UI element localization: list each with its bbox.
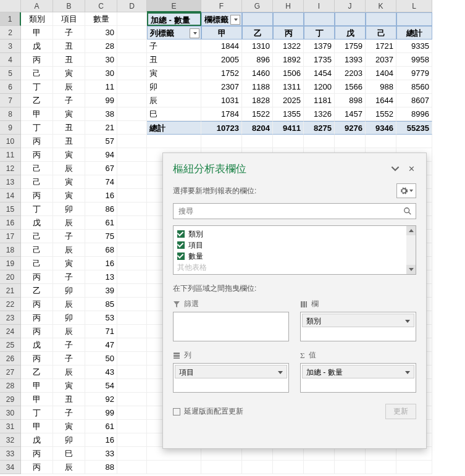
cell[interactable] — [117, 26, 147, 40]
cell[interactable]: 丙 — [21, 135, 53, 148]
pivot-value[interactable]: 1752 — [201, 67, 242, 80]
cell[interactable] — [117, 393, 147, 406]
cell[interactable]: 卯 — [53, 284, 85, 298]
gear-icon[interactable] — [396, 183, 416, 198]
cell[interactable]: 子 — [53, 338, 85, 352]
cell[interactable]: 11 — [85, 80, 117, 94]
row-header[interactable]: 4 — [0, 53, 21, 67]
cell[interactable]: 己 — [21, 162, 53, 175]
cell[interactable]: 子 — [53, 26, 85, 40]
cell[interactable]: 丙 — [21, 298, 53, 311]
cell[interactable]: 99 — [85, 94, 117, 107]
cell[interactable] — [117, 325, 147, 338]
empty-cell[interactable] — [117, 12, 147, 26]
row-header[interactable]: 26 — [0, 352, 21, 365]
pivot-grand-total[interactable]: 10723 — [201, 121, 242, 135]
row-header[interactable]: 8 — [0, 107, 21, 121]
cell[interactable]: 辰 — [53, 162, 85, 175]
update-button[interactable]: 更新 — [385, 404, 416, 419]
row-header[interactable]: 21 — [0, 284, 21, 298]
cell[interactable] — [366, 12, 396, 26]
cell[interactable] — [117, 461, 147, 474]
cell[interactable]: 30 — [85, 67, 117, 80]
search-input[interactable] — [174, 204, 400, 219]
row-header[interactable]: 30 — [0, 406, 21, 420]
cell[interactable] — [304, 447, 335, 461]
cell[interactable] — [335, 135, 366, 148]
cell[interactable] — [117, 243, 147, 257]
cell[interactable] — [335, 447, 366, 461]
cell[interactable] — [396, 461, 432, 474]
cell[interactable]: 甲 — [21, 107, 53, 121]
row-header[interactable]: 22 — [0, 298, 21, 311]
row-header[interactable]: 18 — [0, 243, 21, 257]
cell[interactable]: 28 — [85, 40, 117, 53]
cell[interactable]: 丙 — [21, 352, 53, 365]
pivot-value[interactable]: 988 — [366, 80, 396, 94]
cell[interactable] — [201, 135, 242, 148]
pivot-value[interactable]: 2203 — [335, 67, 366, 80]
pivot-row-total[interactable]: 9958 — [396, 53, 432, 67]
col-header-g[interactable]: G — [242, 0, 273, 12]
row-header[interactable]: 34 — [0, 461, 21, 474]
cell[interactable]: 53 — [85, 311, 117, 325]
cell[interactable] — [117, 270, 147, 284]
cell[interactable]: 寅 — [53, 148, 85, 162]
row-header[interactable]: 12 — [0, 162, 21, 175]
pivot-value[interactable]: 1759 — [335, 40, 366, 53]
pivot-row-total[interactable]: 9335 — [396, 40, 432, 53]
pivot-row-total[interactable]: 8607 — [396, 94, 432, 107]
search-icon[interactable] — [400, 204, 416, 219]
cell[interactable]: 子 — [53, 406, 85, 420]
cell[interactable] — [304, 135, 335, 148]
cell[interactable]: 43 — [85, 365, 117, 379]
cell[interactable]: 85 — [85, 298, 117, 311]
cell[interactable]: 甲 — [21, 26, 53, 40]
cell[interactable] — [147, 135, 201, 148]
cell[interactable]: 61 — [85, 216, 117, 230]
cell[interactable]: 戊 — [21, 40, 53, 53]
pivot-col-header[interactable]: 乙 — [242, 26, 273, 40]
cell[interactable]: 辰 — [53, 325, 85, 338]
cell[interactable]: 戊 — [21, 216, 53, 230]
row-header[interactable]: 7 — [0, 94, 21, 107]
row-header[interactable]: 16 — [0, 216, 21, 230]
pivot-value[interactable]: 1644 — [366, 94, 396, 107]
pivot-row-key[interactable]: 卯 — [147, 80, 201, 94]
cell[interactable] — [242, 135, 273, 148]
cell[interactable] — [335, 461, 366, 474]
pivot-value[interactable]: 1310 — [242, 40, 273, 53]
cell[interactable]: 辰 — [53, 298, 85, 311]
cell[interactable]: 巳 — [53, 447, 85, 461]
pivot-value[interactable]: 1404 — [366, 67, 396, 80]
cell[interactable] — [273, 12, 304, 26]
pivot-value[interactable]: 896 — [242, 53, 273, 67]
pivot-grand-total[interactable]: 9276 — [335, 121, 366, 135]
field-item[interactable]: 項目 — [175, 240, 414, 251]
collapse-icon[interactable] — [390, 164, 400, 174]
cell[interactable]: 卯 — [53, 203, 85, 216]
row-header[interactable]: 33 — [0, 447, 21, 461]
col-header-i[interactable]: I — [304, 0, 335, 12]
col-header-c[interactable]: C — [85, 0, 117, 12]
cell[interactable]: 丙 — [21, 311, 53, 325]
cell[interactable] — [117, 67, 147, 80]
cell[interactable] — [366, 135, 396, 148]
cell[interactable]: 13 — [85, 270, 117, 284]
row-header[interactable]: 5 — [0, 67, 21, 80]
cell[interactable]: 辰 — [53, 243, 85, 257]
pivot-value[interactable]: 1326 — [304, 107, 335, 121]
select-all-corner[interactable] — [0, 0, 21, 12]
cell[interactable]: 丙 — [21, 148, 53, 162]
cell[interactable]: 己 — [21, 67, 53, 80]
cell[interactable]: 丙 — [21, 270, 53, 284]
cell[interactable]: 己 — [21, 230, 53, 243]
col-header-k[interactable]: K — [366, 0, 396, 12]
pivot-value[interactable]: 1031 — [201, 94, 242, 107]
cell[interactable] — [117, 53, 147, 67]
pivot-value[interactable]: 1892 — [273, 53, 304, 67]
filter-dropzone[interactable] — [173, 312, 289, 341]
cell[interactable]: 47 — [85, 338, 117, 352]
cell[interactable]: 丑 — [53, 121, 85, 135]
cell[interactable]: 丙 — [21, 461, 53, 474]
